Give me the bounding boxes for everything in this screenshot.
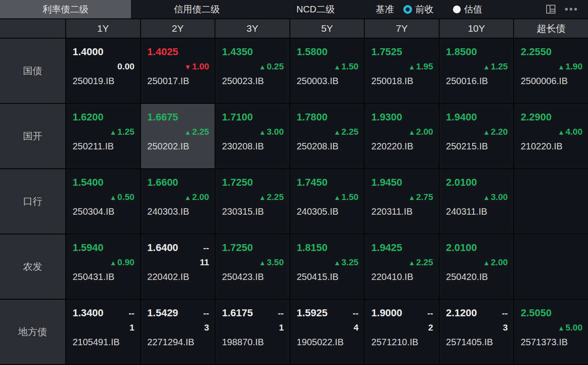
bond-code: 250304.IB [73,206,135,217]
bond-cell-adbc-2y[interactable]: 1.6400--11220402.IB [141,234,215,299]
bond-cell-exim-1y[interactable]: 1.5400▲0.50250304.IB [66,169,140,234]
bond-cell-adbc-3y[interactable]: 1.7250▲3.50250423.IB [215,234,289,299]
bond-cell-cdb-ultra-long[interactable]: 2.2900▲4.00210220.IB [514,104,588,168]
bond-cell-treasury-7y[interactable]: 1.7525▲1.95250018.IB [365,39,439,103]
bond-cell-adbc-5y[interactable]: 1.8150▲3.25250415.IB [290,234,364,299]
bond-cell-adbc-7y[interactable]: 1.9425▲2.25220410.IB [365,234,439,299]
panel-layout-icon[interactable] [545,3,557,15]
bond-change-value: 0.90 [118,257,135,267]
bond-yield-value: 2.2900 [520,111,551,123]
bond-change-up: ▲1.50 [297,192,359,202]
up-triangle-icon: ▲ [259,194,266,201]
bond-yield-line: 1.3400-- [73,307,135,319]
bond-cell-treasury-1y[interactable]: 1.40000.00250019.IB [66,39,140,103]
bond-yield-line: 1.8500 [446,46,508,57]
bond-code: 250211.IB [73,141,135,152]
bond-yield-value: 1.5400 [73,177,103,188]
tab-rates-bond-secondary[interactable]: 利率债二级 [0,0,131,18]
bond-code: 220220.IB [371,141,433,152]
bond-yield-value: 1.6600 [147,177,178,188]
bond-change-value: 2.25 [416,257,433,267]
bond-cell-exim-5y[interactable]: 1.7450▲1.50240305.IB [290,169,364,234]
no-change-dash: -- [129,308,135,319]
bond-yield-line: 1.9400 [446,111,508,123]
bond-cell-cdb-1y[interactable]: 1.6200▲1.25250211.IB [66,104,140,168]
bond-cell-adbc-10y[interactable]: 2.0100▲2.00250420.IB [440,234,514,299]
up-triangle-icon: ▲ [184,194,191,201]
bond-cell-treasury-3y[interactable]: 1.4350▲0.25250023.IB [215,39,289,103]
grid-corner-cell [0,19,65,38]
bond-code: 250016.IB [446,76,508,86]
column-header-5y: 5Y [290,19,364,38]
bond-cell-exim-3y[interactable]: 1.7250▲2.25230315.IB [215,169,289,234]
bond-change-up: ▲2.25 [222,192,284,202]
bond-code: 250423.IB [222,272,284,282]
bond-code: 2105491.IB [73,337,135,348]
bond-cell-treasury-ultra-long[interactable]: 2.2550▲1.902500006.IB [514,39,588,103]
topbar-icons [545,0,588,18]
bond-cell-cdb-2y[interactable]: 1.6675▲2.25250202.IB [141,104,215,168]
up-triangle-icon: ▲ [408,259,415,267]
bond-code: 250420.IB [446,272,508,282]
benchmark-group: 基准 前收 估值 [376,0,482,18]
bond-cell-cdb-7y[interactable]: 1.9300▲2.00220220.IB [365,104,439,168]
bond-cell-local-gov-3y[interactable]: 1.6175--1198870.IB [215,300,289,364]
bond-yield-value: 1.3400 [73,307,103,319]
bond-cell-treasury-2y[interactable]: 1.4025▼1.00250017.IB [141,39,215,103]
bond-yield-value: 1.9450 [371,177,402,188]
bond-quote-count-value: 11 [200,257,209,267]
bond-cell-local-gov-1y[interactable]: 1.3400--12105491.IB [66,300,140,364]
bond-cell-local-gov-ultra-long[interactable]: 2.5050▲5.002571373.IB [514,300,588,364]
bond-cell-local-gov-5y[interactable]: 1.5925--41905022.IB [290,300,364,364]
more-options-ellipsis-icon[interactable] [565,8,577,11]
bond-cell-cdb-10y[interactable]: 1.9400▲2.20250215.IB [440,104,514,168]
bond-code: 250431.IB [73,272,135,282]
bond-cell-adbc-1y[interactable]: 1.5940▲0.90250431.IB [66,234,140,299]
bond-change-value: 2.25 [267,192,284,202]
bond-cell-local-gov-7y[interactable]: 1.9000--22571210.IB [365,300,439,364]
bond-cell-exim-10y[interactable]: 2.0100▲3.00240311.IB [440,169,514,234]
no-change-dash: -- [502,308,508,319]
tab-ncd-secondary[interactable]: NCD二级 [263,0,368,18]
bond-yield-line: 1.5429-- [147,307,209,319]
bond-yield-line: 1.6200 [73,111,135,123]
bond-cell-local-gov-10y[interactable]: 2.1200--32571405.IB [440,300,514,364]
tab-credit-bond-secondary[interactable]: 信用债二级 [131,0,263,18]
bond-change-up: ▲1.95 [371,62,433,72]
bond-cell-exim-7y[interactable]: 1.9450▲2.75220311.IB [365,169,439,234]
column-header-3y: 3Y [215,19,289,38]
bond-cell-exim-2y[interactable]: 1.6600▲2.00240303.IB [141,169,215,234]
bond-change-up: ▲1.25 [446,62,508,72]
up-triangle-icon: ▲ [558,63,565,71]
bond-change-value: 3.50 [267,257,284,267]
bond-yield-value: 2.0100 [446,242,477,253]
bond-quote-count: 4 [297,323,359,333]
bond-change-value: 1.90 [565,62,582,71]
bond-code: 250018.IB [371,76,433,86]
up-triangle-icon: ▲ [110,194,117,201]
up-triangle-icon: ▲ [483,128,490,136]
bond-change-up: ▲0.25 [222,62,284,72]
bond-yield-value: 1.9300 [371,111,402,123]
bond-cell-cdb-3y[interactable]: 1.7100▲3.00230208.IB [215,104,289,168]
bond-cell-treasury-5y[interactable]: 1.5800▲1.50250003.IB [290,39,364,103]
bond-yield-value: 1.6200 [73,111,103,123]
radio-prev-close[interactable]: 前收 [403,3,434,16]
radio-unselected-icon [453,6,461,13]
bond-quote-count: 2 [371,323,433,333]
no-change-dash: -- [203,308,209,319]
bond-change-value: 2.25 [192,127,209,137]
bond-yield-value: 1.7450 [297,177,328,188]
radio-valuation[interactable]: 估值 [453,3,482,16]
up-triangle-icon: ▲ [334,128,340,136]
up-triangle-icon: ▲ [110,259,117,267]
bond-cell-treasury-10y[interactable]: 1.8500▲1.25250016.IB [440,39,514,103]
bond-cell-local-gov-2y[interactable]: 1.5429--32271294.IB [141,300,215,364]
bond-cell-cdb-5y[interactable]: 1.7800▲2.25250208.IB [290,104,364,168]
bond-change-up: ▲2.25 [371,257,433,268]
bond-code: 220402.IB [147,272,209,282]
bond-yield-value: 1.4000 [73,46,103,57]
bond-change-value: 2.00 [192,192,209,202]
bond-code: 220311.IB [371,206,433,217]
bond-change-up: ▲4.00 [520,127,582,137]
